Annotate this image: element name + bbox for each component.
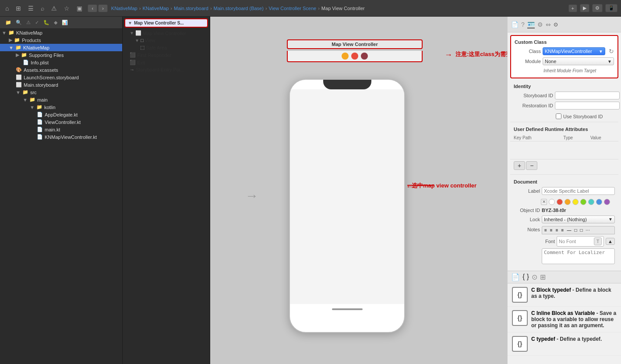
snippet-item-1[interactable]: {} C Inline Block as Variable - Save a b… bbox=[508, 307, 621, 332]
use-storyboard-checkbox[interactable] bbox=[556, 113, 561, 119]
bookmark-icon[interactable]: ☆ bbox=[62, 4, 71, 13]
breadcrumb-item-2[interactable]: KNativeMap bbox=[142, 6, 169, 11]
device-button[interactable]: 📱 bbox=[605, 4, 617, 12]
attributes-tab-icon[interactable]: ⚙ bbox=[537, 21, 543, 28]
tree-item-assets[interactable]: 🎨 Assets.xcassets bbox=[0, 66, 122, 74]
home-icon[interactable]: ⌂ bbox=[4, 4, 11, 13]
tree-item-products[interactable]: ▶ 📁 Products bbox=[0, 36, 122, 44]
warning-icon[interactable]: ⚠ bbox=[49, 4, 59, 13]
file-nav-tab-breakpoints[interactable]: ◆ bbox=[52, 19, 59, 26]
class-select[interactable]: KNMapViewController ▼ bbox=[543, 47, 605, 55]
snippet-tab-grid[interactable]: ⊞ bbox=[540, 273, 546, 281]
tree-item-supporting[interactable]: ▶ 📁 Supporting Files bbox=[0, 51, 122, 59]
folder-icon-src: 📁 bbox=[22, 89, 28, 95]
restoration-id-input[interactable] bbox=[555, 102, 620, 110]
file-nav-tab-tests[interactable]: ✓ bbox=[33, 19, 41, 26]
layout-icon[interactable]: ▣ bbox=[75, 4, 84, 13]
scheme-button[interactable]: ⚙ bbox=[592, 4, 603, 12]
add-button[interactable]: + bbox=[568, 4, 577, 12]
file-tab-icon[interactable]: 📄 bbox=[511, 21, 519, 28]
run-button[interactable]: ▶ bbox=[580, 4, 589, 12]
storyboard-id-row: Storyboard ID bbox=[510, 92, 618, 99]
storyboard-id-input[interactable] bbox=[555, 92, 620, 99]
grid-icon[interactable]: ⊞ bbox=[14, 4, 23, 13]
identity-tab-icon[interactable]: 🪪 bbox=[527, 21, 535, 28]
list-icon[interactable]: ☰ bbox=[26, 4, 35, 13]
class-reset-icon[interactable]: ↻ bbox=[609, 48, 614, 55]
tree-item-main[interactable]: ▼ 📁 main bbox=[0, 96, 122, 103]
add-attribute-button[interactable]: + bbox=[514, 161, 525, 170]
size-tab-icon[interactable]: ⇔ bbox=[546, 21, 551, 28]
breadcrumb-item-5[interactable]: View Controller Scene bbox=[269, 6, 317, 11]
notes-align-justify[interactable]: ≡ bbox=[560, 227, 565, 233]
vc-toolbar-row bbox=[287, 51, 423, 62]
tree-item-appdelegate[interactable]: 📄 AppDelegate.kt bbox=[0, 111, 122, 118]
breadcrumb-item-6[interactable]: Map View Controller bbox=[321, 6, 365, 11]
outline-item-vc[interactable]: ▼ ⬜ Map View Controller bbox=[123, 29, 210, 37]
notes-unordered[interactable]: □ bbox=[579, 227, 584, 233]
breadcrumb-item-4[interactable]: Main.storyboard (Base) bbox=[214, 6, 264, 11]
entry-arrow: → bbox=[245, 188, 258, 203]
vc-header-label: Map View Controller bbox=[332, 42, 378, 47]
connections-tab-icon[interactable]: ⊙ bbox=[554, 21, 558, 28]
notes-image[interactable]: ⋯ bbox=[584, 227, 591, 233]
color-purple[interactable] bbox=[604, 199, 610, 205]
module-select[interactable]: None ▼ bbox=[543, 57, 614, 65]
lock-select[interactable]: Inherited - (Nothing) ▼ bbox=[542, 216, 615, 223]
tree-item-knativemap[interactable]: ▼ 📁 KNativeMap bbox=[0, 44, 122, 51]
notes-align-center[interactable]: ≡ bbox=[549, 227, 554, 233]
tree-item-launchscreen[interactable]: ⬜ LaunchScreen.storyboard bbox=[0, 74, 122, 81]
search-icon[interactable]: ⌕ bbox=[39, 4, 46, 13]
outline-item-exit[interactable]: ⬛ Exit bbox=[123, 59, 210, 66]
comment-textarea[interactable] bbox=[542, 248, 615, 264]
file-nav-tab-search[interactable]: 🔍 bbox=[14, 19, 24, 26]
color-blue[interactable] bbox=[596, 199, 602, 205]
tree-item-viewcontroller[interactable]: 📄 ViewController.kt bbox=[0, 118, 122, 126]
color-green[interactable] bbox=[580, 199, 586, 205]
lock-label: Lock bbox=[514, 217, 540, 222]
outline-item-entrypoint[interactable]: → Storyboard Entry Poi... bbox=[123, 66, 210, 73]
font-stepper-up[interactable]: ▲ bbox=[606, 238, 615, 245]
file-nav-tab-files[interactable]: 📁 bbox=[4, 19, 13, 26]
folder-icon: 📁 bbox=[14, 37, 20, 43]
color-orange[interactable] bbox=[565, 199, 571, 205]
use-storyboard-label: Use Storyboard ID bbox=[563, 114, 603, 119]
breadcrumb-item-1[interactable]: KNativeMap bbox=[111, 6, 138, 11]
color-white[interactable] bbox=[549, 199, 555, 205]
notes-ordered[interactable]: □ bbox=[573, 227, 578, 233]
forward-button[interactable]: › bbox=[98, 4, 108, 12]
file-nav-tab-reports[interactable]: 📊 bbox=[60, 19, 70, 26]
breadcrumb-sep-3: › bbox=[210, 6, 212, 11]
snippet-item-2[interactable]: {} C typedef - Define a typedef. bbox=[508, 332, 621, 356]
outline-item-view[interactable]: ▼ □ View bbox=[123, 37, 210, 44]
outline-item-safearea[interactable]: ⬚ Safe Area bbox=[123, 44, 210, 51]
file-nav-tab-debug[interactable]: 🐛 bbox=[42, 19, 51, 26]
remove-attribute-button[interactable]: − bbox=[526, 161, 537, 170]
color-yellow[interactable] bbox=[572, 199, 579, 205]
color-x-btn[interactable]: ✕ bbox=[541, 199, 547, 205]
tree-item-knmapvc[interactable]: 📄 KNMapViewController.kt bbox=[0, 133, 122, 141]
tree-item-mainstoryboard[interactable]: ⬜ Main.storyboard bbox=[0, 81, 122, 88]
label-input[interactable] bbox=[542, 187, 615, 195]
breadcrumb-item-3[interactable]: Main.storyboard bbox=[174, 6, 208, 11]
quickhelp-tab-icon[interactable]: ? bbox=[521, 21, 525, 28]
tree-item-kotlin[interactable]: ▼ 📁 kotlin bbox=[0, 103, 122, 111]
snippet-tab-braces[interactable]: { } bbox=[522, 273, 529, 281]
snippet-tab-circle[interactable]: ⊙ bbox=[532, 273, 537, 281]
tree-item-src[interactable]: ▼ 📁 src bbox=[0, 88, 122, 96]
font-t-button[interactable]: T bbox=[594, 237, 602, 245]
back-button[interactable]: ‹ bbox=[88, 4, 97, 12]
notes-align-left[interactable]: ≡ bbox=[543, 227, 548, 233]
color-red[interactable] bbox=[557, 199, 563, 205]
tree-item-infoplist[interactable]: 📄 Info.plist bbox=[0, 59, 122, 66]
tree-item-knativemap-root[interactable]: ▼ 📁 KNativeMap bbox=[0, 29, 122, 36]
notes-align-right[interactable]: ≡ bbox=[554, 227, 560, 233]
snippet-item-0[interactable]: {} C Block typedef - Define a block as a… bbox=[508, 283, 621, 307]
file-nav-tab-issues[interactable]: ⚠ bbox=[25, 19, 32, 26]
snippet-tab-file[interactable]: 📄 bbox=[511, 273, 520, 281]
color-teal[interactable] bbox=[588, 199, 594, 205]
outline-selected-row[interactable]: ▼ Map View Controller S... bbox=[125, 19, 207, 27]
notes-list[interactable]: — bbox=[565, 227, 572, 233]
tree-item-main-kt[interactable]: 📄 main.kt bbox=[0, 126, 122, 133]
outline-item-firstresponder[interactable]: ⬛ First Responder bbox=[123, 51, 210, 59]
